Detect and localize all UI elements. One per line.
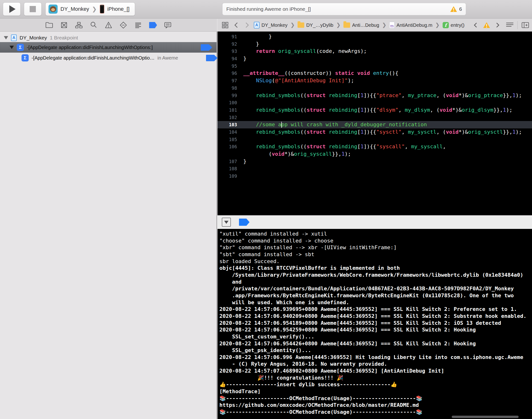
breakpoint-row[interactable]: Σ -[AppDelegate application:didFinishLau… xyxy=(0,52,216,63)
code-line[interactable]: 95 xyxy=(217,62,532,70)
code-line[interactable]: 104 rebind_symbols((struct rebinding[1])… xyxy=(217,129,532,136)
breakpoint-group-header[interactable]: A DY_Monkey 1 Breakpoint xyxy=(0,33,216,42)
source-editor[interactable]: 91 }92 }93 return orig_syscall(code, new… xyxy=(217,32,532,215)
code-line[interactable]: 98 xyxy=(217,84,532,92)
go-back-icon[interactable] xyxy=(232,21,241,29)
chevron-separator-icon: ❯ xyxy=(435,22,440,28)
code-line[interactable]: 93 return orig_syscall(code, newArgs); xyxy=(217,48,532,55)
console-line: and xyxy=(219,279,532,286)
code-line[interactable]: 106 rebind_symbols((struct rebinding[1])… xyxy=(217,143,532,150)
code-line[interactable]: 109 xyxy=(217,172,532,180)
issue-navigator-icon[interactable] xyxy=(104,21,113,29)
breakpoint-count: 1 Breakpoint xyxy=(50,35,78,41)
chevron-separator-icon: ❯ xyxy=(336,22,341,28)
code-line[interactable]: 100 xyxy=(217,99,532,106)
code-line[interactable]: 102 xyxy=(217,114,532,121)
jump-bar: A DY_Monkey ❯ DY_…yDylib ❯ Anti…Debug ❯ … xyxy=(217,19,532,32)
code-line[interactable]: 97 NSLog(@"[AntiAntiDebug Init]"); xyxy=(217,77,532,84)
breadcrumb-group-1[interactable]: DY_…yDylib xyxy=(298,23,333,28)
code-line[interactable]: 107} xyxy=(217,158,532,165)
line-number: 105 xyxy=(217,136,237,143)
folder-icon xyxy=(343,23,350,28)
code-line[interactable]: 94} xyxy=(217,55,532,62)
line-number: 98 xyxy=(217,84,237,92)
line-number: 97 xyxy=(217,77,237,84)
disclosure-triangle-icon[interactable] xyxy=(4,36,8,39)
disclosure-triangle-icon[interactable] xyxy=(10,46,14,49)
symbol-navigator-icon[interactable] xyxy=(75,21,83,29)
line-number: 108 xyxy=(217,165,237,172)
code-line[interactable]: 99 rebind_symbols((struct rebinding[1]){… xyxy=(217,92,532,99)
code-lines: 91 }92 }93 return orig_syscall(code, new… xyxy=(217,33,532,180)
next-issue-icon[interactable] xyxy=(494,21,502,29)
breakpoint-enabled-badge[interactable] xyxy=(201,44,212,52)
code-line[interactable]: 108 xyxy=(217,165,532,172)
hide-debug-area-button[interactable] xyxy=(222,218,231,227)
console-line: 2020-08-22 14:57:06.939695+0800 Aweme[44… xyxy=(219,306,532,313)
line-number: 101 xyxy=(217,106,237,114)
app-icon xyxy=(49,5,58,14)
scheme-device[interactable]: iPhone_[] xyxy=(107,6,129,12)
line-number: 100 xyxy=(217,99,237,106)
console-lines: "xutil" command installed -> xutil"choos… xyxy=(219,231,532,416)
related-items-icon[interactable] xyxy=(221,21,229,29)
function-icon: f xyxy=(443,22,449,28)
project-navigator-icon[interactable] xyxy=(45,21,53,29)
console-line: https://github.com/omxcodec/OCMethodTrac… xyxy=(219,402,532,409)
code-line[interactable]: 101 rebind_symbols((struct rebinding[1])… xyxy=(217,106,532,114)
previous-issue-icon[interactable] xyxy=(471,21,480,29)
add-editor-icon[interactable] xyxy=(521,21,530,29)
debug-bar xyxy=(217,215,532,229)
folder-icon xyxy=(298,23,304,28)
chevron-separator-icon: ❯ xyxy=(382,22,386,28)
console-line: 2020-08-22 14:57:06.996 Aweme[4445:36955… xyxy=(219,354,532,361)
report-navigator-icon[interactable] xyxy=(164,21,172,29)
code-line[interactable]: (void*)&orig_syscall}},1); xyxy=(217,150,532,158)
code-line[interactable]: 92 } xyxy=(217,40,532,48)
issues-badge[interactable]: 6 xyxy=(450,6,462,12)
breakpoint-context: in Aweme xyxy=(157,55,178,61)
stop-button[interactable] xyxy=(24,2,42,16)
breadcrumb-file[interactable]: m AntiAntiDebug.m xyxy=(389,22,432,28)
code-line[interactable]: 96__attribute__((constructor)) static vo… xyxy=(217,70,532,77)
line-number: 96 xyxy=(217,70,237,77)
breakpoint-navigator-icon[interactable] xyxy=(149,21,157,29)
code-line[interactable]: 91 } xyxy=(217,33,532,40)
debug-console[interactable]: "xutil" command installed -> xutil"choos… xyxy=(217,229,532,419)
issue-warning-icon[interactable] xyxy=(483,22,490,28)
find-navigator-icon[interactable] xyxy=(89,21,98,29)
breakpoint-row[interactable]: Σ -[AppDelegate application:didFinishLau… xyxy=(0,42,216,52)
breakpoints-toggle-button[interactable] xyxy=(239,219,250,226)
console-line: 2020-08-22 14:57:06.954189+0800 Aweme[44… xyxy=(219,320,532,327)
line-number: 91 xyxy=(217,33,237,40)
breadcrumb-group-2[interactable]: Anti…Debug xyxy=(343,23,379,28)
console-line: "choose" command installed -> choose xyxy=(219,237,532,244)
source-control-navigator-icon[interactable] xyxy=(60,21,68,29)
warning-count: 6 xyxy=(459,6,462,12)
test-navigator-icon[interactable] xyxy=(119,21,128,29)
run-button[interactable] xyxy=(3,2,21,16)
console-line: .app/Frameworks/ByteRtcEngineKit.framewo… xyxy=(219,292,532,299)
console-line: 📚--------------------OCMethodTrace(Usage… xyxy=(219,409,532,416)
scheme-project[interactable]: DY_Monkey xyxy=(61,6,89,12)
editor-options-icon[interactable] xyxy=(506,21,514,29)
horizontal-scrollbar-thumb[interactable] xyxy=(452,416,519,418)
code-line[interactable]: 103 //some app will crash with _dyld_deb… xyxy=(217,121,532,129)
code-line[interactable]: 105 xyxy=(217,136,532,143)
navigator-selector-bar xyxy=(0,19,217,32)
chevron-separator-icon: ❯ xyxy=(290,22,295,28)
divider xyxy=(518,21,518,29)
project-file-icon: A xyxy=(254,22,260,28)
toolbar: DY_Monkey ❯ iPhone_[] Finished running A… xyxy=(0,0,532,19)
console-line: 📚--------------------OCMethodTrace(Usage… xyxy=(219,395,532,402)
line-number: 92 xyxy=(217,40,237,48)
go-forward-icon[interactable] xyxy=(243,21,252,29)
scheme-selector[interactable]: DY_Monkey ❯ iPhone_[] xyxy=(45,2,135,16)
breadcrumb-symbol[interactable]: f entry() xyxy=(443,22,465,28)
debug-navigator-icon[interactable] xyxy=(134,21,142,29)
stop-icon xyxy=(30,6,36,12)
warning-icon xyxy=(450,6,457,12)
breadcrumb-project[interactable]: A DY_Monkey xyxy=(254,22,288,28)
breakpoint-enabled-badge[interactable] xyxy=(206,55,217,62)
console-line: sbr loaded Succeed. xyxy=(219,258,532,265)
